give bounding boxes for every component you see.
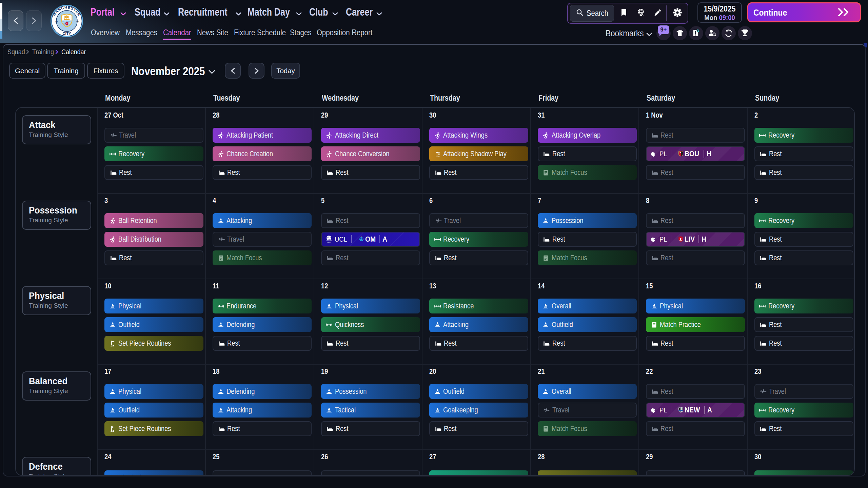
svg-text:18: 18	[55, 20, 58, 23]
svg-text:CHAMPIONS: CHAMPIONS	[326, 240, 332, 242]
svg-text:CITY: CITY	[62, 32, 71, 36]
svg-text:LEAGUE: LEAGUE	[327, 242, 331, 243]
svg-text:94: 94	[76, 20, 79, 23]
